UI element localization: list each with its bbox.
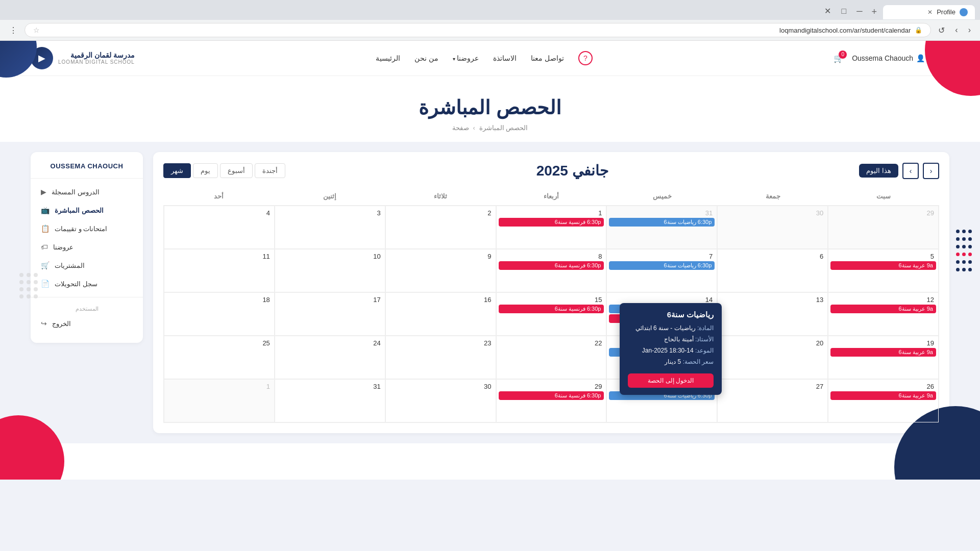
cal-cell-jan15: 15 6:30p فرنسية سنة6 bbox=[496, 292, 607, 336]
bookmark-icon[interactable]: ☆ bbox=[33, 26, 40, 34]
refresh-button[interactable]: ↺ bbox=[935, 23, 948, 37]
logo-text: مدرسة لقمان الرقمية LOOMAN DIGITAL SCHOO… bbox=[58, 51, 135, 66]
cal-cell-jan27: 27 bbox=[717, 379, 828, 422]
view-agenda-button[interactable]: أجندة bbox=[255, 163, 285, 178]
offers-label: عروضنا bbox=[53, 243, 74, 251]
logo-sub: LOOMAN DIGITAL SCHOOL bbox=[58, 59, 135, 65]
exams-icon: 📋 bbox=[41, 224, 50, 233]
sidebar-item-live[interactable]: الحصص المباشرة 📺 bbox=[31, 201, 143, 219]
logo-main: مدرسة لقمان الرقمية bbox=[58, 51, 135, 60]
forward-button[interactable]: › bbox=[952, 23, 961, 37]
sidebar-item-purchases[interactable]: المشتريات 🛒 bbox=[31, 256, 143, 274]
enter-session-button[interactable]: الدخول إلى الحصة bbox=[628, 373, 714, 388]
offers-icon: 🏷 bbox=[41, 243, 48, 251]
event-math-dec31[interactable]: 6:30p رياضيات سنة6 bbox=[609, 218, 715, 227]
close-window-button[interactable]: ✕ bbox=[821, 4, 834, 18]
live-icon: 📺 bbox=[41, 206, 50, 214]
recorded-label: الدروس المسجلة bbox=[52, 188, 100, 196]
cal-cell-jan3: 3 bbox=[275, 206, 385, 249]
cal-cell-jan19: 19 9a عربية سنة6 bbox=[828, 336, 939, 379]
tooltip-subject-value: رياضيات - سنة 6 ابتدائي bbox=[635, 324, 696, 332]
event-french-jan1[interactable]: 6:30p فرنسية سنة6 bbox=[499, 218, 604, 227]
nav-home[interactable]: الرئيسية bbox=[376, 54, 400, 62]
cal-grid: سبت جمعة خميس أربعاء ثلاثاء إثنين أحد 29… bbox=[163, 189, 939, 423]
event-tooltip: رياضيات سنة6 المادة: رياضيات - سنة 6 ابت… bbox=[620, 303, 722, 395]
transfers-label: سجل التحويلات bbox=[55, 280, 97, 288]
logout-icon: ↪ bbox=[41, 319, 47, 328]
new-tab-button[interactable]: + bbox=[867, 5, 881, 19]
logo-area: مدرسة لقمان الرقمية LOOMAN DIGITAL SCHOO… bbox=[31, 47, 135, 69]
sidebar: OUSSEMA CHAOUCH الدروس المسجلة ▶ الحصص ا… bbox=[31, 152, 143, 343]
event-arabic-jan12[interactable]: 9a عربية سنة6 bbox=[830, 305, 936, 313]
page-header: الحصص المباشرة الحصص المباشرة › صفحة bbox=[0, 76, 980, 142]
sidebar-item-recorded[interactable]: الدروس المسجلة ▶ bbox=[31, 183, 143, 201]
cart-icon[interactable]: 🛒 0 bbox=[834, 54, 844, 63]
cal-cell-jan26: 26 9a عربية سنة6 bbox=[828, 379, 939, 422]
event-french-jan15[interactable]: 6:30p فرنسية سنة6 bbox=[499, 305, 604, 313]
purchases-icon: 🛒 bbox=[41, 261, 50, 269]
minimize-button[interactable]: ─ bbox=[853, 5, 865, 18]
settings-button[interactable]: ⋮ bbox=[6, 23, 20, 37]
cal-cell-jan11: 11 bbox=[164, 249, 275, 292]
nav-about[interactable]: من نحن bbox=[414, 54, 438, 62]
scroll-indicator bbox=[956, 230, 972, 271]
address-bar[interactable]: 🔒 loqmandigitalschool.com/ar/student/cal… bbox=[24, 23, 931, 37]
recorded-icon: ▶ bbox=[41, 188, 46, 196]
nav-offers[interactable]: عروضنا bbox=[453, 54, 479, 62]
nav-contact[interactable]: تواصل معنا bbox=[531, 54, 564, 62]
cal-cell-jan14: 14 6:30p رياض سنة6 فرنسية سنة6 رياضيات س… bbox=[606, 292, 717, 336]
breadcrumb: الحصص المباشرة › صفحة bbox=[10, 124, 970, 132]
tooltip-date-label: الموعد: bbox=[695, 347, 714, 354]
sidebar-divider bbox=[31, 297, 143, 297]
page-title: الحصص المباشرة bbox=[10, 96, 970, 119]
view-week-button[interactable]: أسبوع bbox=[220, 163, 253, 178]
tooltip-subject-label: المادة: bbox=[697, 324, 714, 332]
tooltip-teacher-value: أمينة بالحاج bbox=[664, 336, 693, 343]
exams-label: امتحانات و تقييمات bbox=[55, 225, 107, 233]
help-button[interactable]: ? bbox=[578, 51, 593, 65]
cal-prev-button[interactable]: ‹ bbox=[923, 163, 939, 179]
top-nav: O 👤 Oussema Chaouch 🛒 0 ? تواصل معنا الا… bbox=[0, 41, 980, 76]
event-arabic-jan26[interactable]: 9a عربية سنة6 bbox=[830, 391, 936, 400]
event-math-jan7[interactable]: 6:30p رياضيات سنة6 bbox=[609, 261, 715, 270]
maximize-button[interactable]: □ bbox=[838, 5, 849, 18]
tab-close-button[interactable]: ✕ bbox=[927, 9, 933, 16]
view-month-button[interactable]: شهر bbox=[163, 163, 191, 178]
sidebar-item-offers[interactable]: عروضنا 🏷 bbox=[31, 238, 143, 256]
day-name-mon: إثنين bbox=[274, 189, 385, 203]
cal-cell-jan30: 30 bbox=[385, 379, 496, 422]
tooltip-price-value: 5 دينار bbox=[665, 358, 681, 365]
cal-cell-jan6: 6 bbox=[717, 249, 828, 292]
cal-nav: ‹ › هذا اليوم bbox=[859, 163, 939, 179]
cal-next-button[interactable]: › bbox=[902, 163, 919, 179]
event-french-jan8[interactable]: 6:30p فرنسية سنة6 bbox=[499, 261, 604, 270]
cal-cell-jan23: 23 bbox=[385, 336, 496, 379]
day-name-thu: خميس bbox=[607, 189, 718, 203]
tooltip-price: سعر الحصة: 5 دينار bbox=[628, 357, 714, 366]
sidebar-item-logout[interactable]: الخروج ↪ bbox=[31, 314, 143, 333]
today-button[interactable]: هذا اليوم bbox=[859, 164, 898, 178]
browser-chrome: Profile ✕ + ─ □ ✕ ‹ › ↺ 🔒 loqmandigitals… bbox=[0, 0, 980, 41]
view-day-button[interactable]: يوم bbox=[193, 163, 218, 178]
tab-title: Profile bbox=[937, 8, 955, 16]
sidebar-item-exams[interactable]: امتحانات و تقييمات 📋 bbox=[31, 219, 143, 238]
tooltip-teacher: الأستاذ: أمينة بالحاج bbox=[628, 335, 714, 344]
event-arabic-jan19[interactable]: 9a عربية سنة6 bbox=[830, 348, 936, 357]
event-french-jan29[interactable]: 6:30p فرنسية سنة6 bbox=[499, 391, 604, 400]
cal-cell-jan29: 29 6:30p فرنسية سنة6 bbox=[496, 379, 607, 422]
active-tab[interactable]: Profile ✕ bbox=[883, 5, 975, 19]
day-name-sun: أحد bbox=[163, 189, 274, 203]
url-text: loqmandigitalschool.com/ar/student/calen… bbox=[44, 27, 911, 34]
sidebar-section-user: المستخدم bbox=[31, 302, 143, 314]
sidebar-item-transfers[interactable]: سجل التحويلات 📄 bbox=[31, 274, 143, 293]
nav-teachers[interactable]: الاساتذة bbox=[493, 54, 517, 62]
logout-label: الخروج bbox=[52, 320, 71, 328]
day-name-wed: أربعاء bbox=[496, 189, 606, 203]
cart-badge: 0 bbox=[839, 51, 847, 59]
event-arabic-jan5[interactable]: 9a عربية سنة6 bbox=[830, 261, 936, 270]
user-name: 👤 Oussema Chaouch bbox=[852, 54, 925, 62]
main-content: ‹ › هذا اليوم جانفي 2025 أجندة أسبوع يوم… bbox=[0, 142, 980, 443]
back-button[interactable]: ‹ bbox=[965, 23, 974, 37]
cal-days-header: سبت جمعة خميس أربعاء ثلاثاء إثنين أحد bbox=[163, 189, 939, 203]
breadcrumb-current: الحصص المباشرة bbox=[479, 124, 528, 132]
